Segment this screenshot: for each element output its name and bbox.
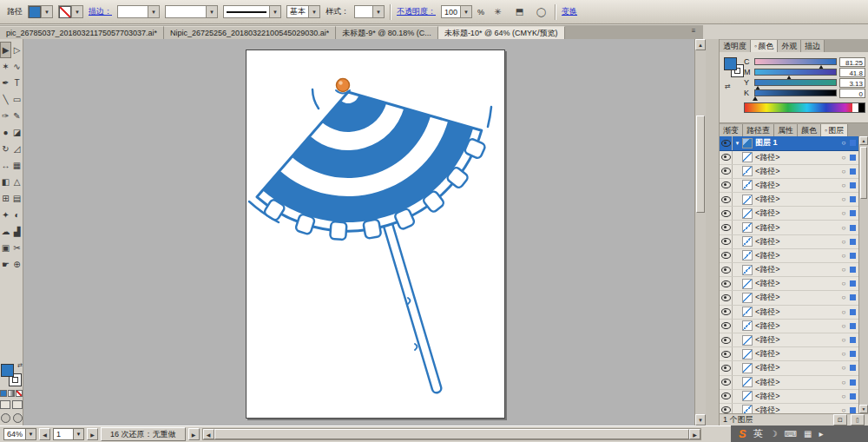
- channel-slider[interactable]: [754, 69, 837, 76]
- target-circle-icon[interactable]: ○: [838, 238, 849, 246]
- panel-tab[interactable]: 路径查: [743, 124, 774, 136]
- previous-artboard-button[interactable]: ◀: [39, 428, 50, 440]
- chevron-down-icon[interactable]: ▼: [460, 6, 471, 17]
- preferences-icon[interactable]: ◯: [533, 4, 549, 20]
- target-circle-icon[interactable]: ○: [838, 364, 849, 372]
- chevron-down-icon[interactable]: ▼: [148, 6, 159, 17]
- visibility-toggle[interactable]: [720, 404, 733, 413]
- target-circle-icon[interactable]: ○: [838, 252, 849, 260]
- blob-brush-tool[interactable]: ●: [0, 124, 11, 141]
- layer-path-row[interactable]: <路径> ○: [720, 165, 858, 179]
- visibility-toggle[interactable]: [720, 320, 733, 333]
- layer-path-row[interactable]: <路径> ○: [720, 306, 858, 320]
- scroll-up-icon[interactable]: ▲: [859, 136, 868, 145]
- zoom-combo[interactable]: 64%▼: [3, 428, 36, 440]
- brush-stroke-combo[interactable]: ▼: [223, 5, 281, 18]
- perspective-grid-tool[interactable]: △: [11, 174, 23, 190]
- swap-fill-stroke-icon[interactable]: ⇄: [17, 362, 23, 369]
- column-graph-tool[interactable]: ▟: [11, 223, 23, 240]
- color-spectrum-bar[interactable]: [744, 102, 865, 113]
- transform-panel-link[interactable]: 变换: [562, 6, 577, 17]
- fullwidth-moon-icon[interactable]: ☽: [770, 429, 778, 439]
- layer-path-row[interactable]: <路径> ○: [720, 249, 858, 263]
- layer-path-row[interactable]: <路径> ○: [720, 277, 858, 291]
- stroke-panel-link[interactable]: 描边：: [89, 6, 112, 17]
- mesh-tool[interactable]: ⊞: [0, 190, 11, 207]
- visibility-toggle[interactable]: [720, 291, 733, 304]
- opacity-panel-link[interactable]: 不透明度：: [397, 6, 436, 17]
- channel-value-field[interactable]: 81.25: [839, 57, 865, 67]
- target-circle-icon[interactable]: ○: [838, 350, 849, 358]
- visibility-toggle[interactable]: [720, 193, 733, 206]
- layer-name[interactable]: 图层 1: [755, 137, 838, 148]
- document-tab[interactable]: 未标题-10* @ 64% (CMYK/预览): [438, 26, 565, 39]
- status-expand-button[interactable]: ▶: [188, 428, 200, 440]
- swap-colors-icon[interactable]: ⇄: [725, 82, 731, 90]
- stroke-weight-combo[interactable]: ▼: [117, 5, 160, 18]
- vertical-scroll-thumb[interactable]: [696, 115, 705, 213]
- chevron-down-icon[interactable]: ▼: [269, 6, 280, 17]
- style-combo[interactable]: ▼: [354, 5, 385, 18]
- layer-path-row[interactable]: <路径> ○: [720, 263, 858, 277]
- brush-definition-combo[interactable]: 基本▼: [286, 5, 320, 18]
- zoom-value[interactable]: 64%: [4, 430, 25, 439]
- eyedropper-tool[interactable]: ✦: [0, 207, 11, 223]
- ime-mode-toggle[interactable]: 英: [753, 427, 763, 440]
- channel-slider[interactable]: [754, 58, 837, 65]
- layer-path-row[interactable]: <路径> ○: [720, 179, 858, 193]
- visibility-toggle[interactable]: [720, 136, 733, 150]
- scroll-down-icon[interactable]: ▼: [859, 405, 868, 413]
- chevron-down-icon[interactable]: ▼: [71, 6, 82, 17]
- target-circle-icon[interactable]: ○: [838, 280, 849, 287]
- target-circle-icon[interactable]: ○: [838, 336, 849, 344]
- target-circle-icon[interactable]: ○: [838, 139, 849, 147]
- canvas-area[interactable]: [23, 39, 694, 426]
- target-circle-icon[interactable]: ○: [838, 294, 849, 301]
- panel-tab[interactable]: 渐变: [720, 124, 743, 136]
- expand-triangle-icon[interactable]: ▼: [733, 141, 742, 146]
- canvas-horizontal-scrollbar[interactable]: ◀ ▶: [202, 428, 701, 440]
- layer-path-row[interactable]: <路径> ○: [720, 193, 858, 207]
- direct-selection-tool[interactable]: ▷: [11, 42, 23, 58]
- channel-value-field[interactable]: 41.8: [839, 68, 865, 77]
- layer-path-row[interactable]: <路径> ○: [720, 207, 858, 221]
- layer-path-row[interactable]: <路径> ○: [720, 291, 858, 305]
- toolbox-circle-button[interactable]: [13, 413, 23, 423]
- channel-value-field[interactable]: 3.13: [839, 78, 865, 88]
- chevron-down-icon[interactable]: ▼: [73, 429, 83, 439]
- target-circle-icon[interactable]: ○: [838, 393, 849, 400]
- line-segment-tool[interactable]: ╲: [0, 91, 11, 108]
- target-circle-icon[interactable]: ○: [838, 379, 849, 386]
- variable-width-combo[interactable]: ▼: [165, 5, 218, 18]
- fill-color-swatch[interactable]: [1, 364, 14, 377]
- layer-path-row[interactable]: <路径> ○: [720, 404, 858, 413]
- document-setup-icon[interactable]: ⬒: [511, 4, 528, 20]
- visibility-toggle[interactable]: [720, 263, 733, 276]
- visibility-toggle[interactable]: [720, 306, 733, 319]
- toolbox-circle-button[interactable]: [1, 413, 10, 423]
- lasso-tool[interactable]: ∿: [11, 58, 23, 75]
- target-circle-icon[interactable]: ○: [838, 322, 849, 330]
- free-transform-tool[interactable]: ▦: [11, 157, 23, 174]
- channel-slider[interactable]: [754, 89, 837, 96]
- visibility-toggle[interactable]: [720, 390, 733, 403]
- target-circle-icon[interactable]: ○: [838, 266, 849, 274]
- delete-layer-button[interactable]: ▯: [851, 414, 865, 426]
- shape-builder-tool[interactable]: ◧: [0, 174, 11, 190]
- chevron-down-icon[interactable]: ▼: [308, 6, 319, 17]
- target-circle-icon[interactable]: ○: [838, 209, 849, 217]
- visibility-toggle[interactable]: [720, 165, 733, 178]
- target-circle-icon[interactable]: ○: [838, 308, 849, 316]
- visibility-toggle[interactable]: [720, 249, 733, 262]
- layer-path-row[interactable]: <路径> ○: [720, 333, 858, 347]
- panel-tab[interactable]: 颜色: [798, 124, 821, 136]
- selection-tool[interactable]: ▶: [0, 42, 11, 58]
- layer-path-row[interactable]: <路径> ○: [720, 376, 858, 390]
- visibility-toggle[interactable]: [720, 376, 733, 389]
- panel-tab[interactable]: 颜色: [751, 40, 778, 52]
- panel-tab[interactable]: 描边: [801, 40, 825, 52]
- opacity-value-field[interactable]: 100: [442, 8, 460, 16]
- keyboard-icon[interactable]: ⌨: [785, 429, 797, 439]
- recolor-artwork-icon[interactable]: ✳: [490, 4, 506, 20]
- artboard-navigation-combo[interactable]: 1▼: [53, 428, 84, 440]
